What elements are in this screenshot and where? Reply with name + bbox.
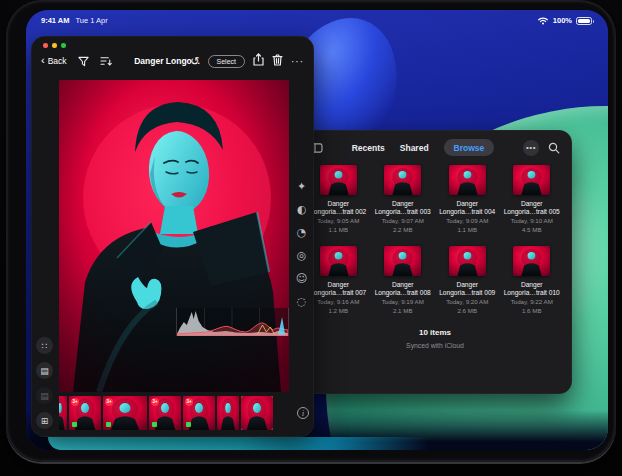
file-date: Today, 9:22 AM (511, 298, 553, 306)
filmstrip-thumbnail[interactable] (59, 396, 67, 430)
chevron-left-icon: ‹ (41, 55, 45, 65)
editor-toolbar: ‹ Back Danger Longo… ↺ Select (41, 51, 304, 71)
file-item[interactable]: Danger Longoria…trait 008 Today, 9:19 AM… (371, 246, 436, 315)
filmstrip-thumbnail[interactable] (217, 396, 239, 430)
photo-portrait (59, 80, 289, 392)
back-button[interactable]: ‹ Back (41, 56, 67, 66)
file-size: 2.6 MB (457, 307, 477, 315)
status-time: 9:41 AM (41, 16, 69, 25)
files-window: Recents Shared Browse ••• (298, 130, 572, 394)
file-item[interactable]: Danger Longoria…trait 004 Today, 9:09 AM… (435, 165, 500, 234)
edited-indicator (106, 422, 111, 427)
adjust-icon[interactable]: ◔ (295, 226, 309, 240)
filmstrip-thumbnail[interactable]: 3+ (149, 396, 181, 430)
filters-icon[interactable]: ◐ (295, 203, 309, 217)
file-item[interactable]: Danger Longoria…trait 002 Today, 9:05 AM… (306, 165, 371, 234)
file-name: Danger Longoria…trait 003 (375, 200, 431, 216)
ipad-frame: 9:41 AM Tue 1 Apr 100% (6, 0, 616, 462)
file-thumbnail (513, 246, 550, 276)
version-badge: 3+ (185, 398, 193, 406)
search-icon[interactable] (548, 142, 560, 154)
select-button[interactable]: Select (208, 55, 245, 68)
file-date: Today, 9:10 AM (511, 217, 553, 225)
file-grid: Danger Longoria…trait 002 Today, 9:05 AM… (298, 161, 572, 315)
battery-percent: 100% (553, 16, 572, 25)
file-thumbnail (384, 165, 421, 195)
file-thumbnail (384, 246, 421, 276)
file-size: 1.1 MB (328, 226, 348, 234)
version-badge: 3+ (105, 398, 113, 406)
tab-browse[interactable]: Browse (444, 139, 495, 156)
file-name: Danger Longoria…trait 008 (375, 281, 431, 297)
close-window-icon[interactable] (43, 43, 48, 48)
wifi-icon (537, 16, 549, 25)
status-date: Tue 1 Apr (75, 16, 107, 25)
more-menu-icon[interactable]: ··· (291, 56, 304, 67)
canvas-icon[interactable]: ⊞ (36, 412, 53, 429)
version-badge: 3+ (71, 398, 79, 406)
edited-indicator (72, 422, 77, 427)
histogram-panel (176, 308, 289, 336)
zoom-window-icon[interactable] (61, 43, 66, 48)
file-size: 2.1 MB (393, 307, 413, 315)
canvas-tool-rail: ∷ ▤ ▤ ⊞ (36, 337, 53, 429)
file-name: Danger Longoria…trait 005 (504, 200, 560, 216)
file-item[interactable]: Danger Longoria…trait 005 Today, 9:10 AM… (500, 165, 565, 234)
edited-indicator (152, 422, 157, 427)
file-item[interactable]: Danger Longoria…trait 010 Today, 9:22 AM… (500, 246, 565, 315)
file-size: 1.2 MB (328, 307, 348, 315)
filmstrip-thumbnail[interactable]: 3+ (103, 396, 147, 430)
document-title: Danger Longo… (134, 56, 200, 66)
tab-shared[interactable]: Shared (400, 143, 429, 153)
file-name: Danger Longoria…trait 002 (310, 200, 366, 216)
filter-icon[interactable] (78, 56, 89, 67)
file-size: 4.5 MB (522, 226, 542, 234)
edit-tool-rail: ✦ ◐ ◔ ◎ ☺ ◌ (289, 80, 314, 392)
file-date: Today, 9:09 AM (446, 217, 488, 225)
file-thumbnail (513, 165, 550, 195)
file-thumbnail (449, 246, 486, 276)
status-bar: 9:41 AM Tue 1 Apr 100% (26, 10, 608, 34)
file-size: 1.1 MB (457, 226, 477, 234)
filmstrip-thumbnail[interactable] (241, 396, 273, 430)
retouch-icon[interactable]: ☺ (295, 272, 309, 286)
share-icon[interactable] (253, 52, 264, 70)
file-item[interactable]: Danger Longoria…trait 007 Today, 9:16 AM… (306, 246, 371, 315)
files-footer: 10 items Synced with iCloud (298, 328, 572, 349)
version-badge: 3+ (151, 398, 159, 406)
info-icon[interactable]: i (297, 407, 309, 419)
file-date: Today, 9:19 AM (382, 298, 424, 306)
battery-icon (576, 17, 592, 25)
file-date: Today, 9:16 AM (317, 298, 359, 306)
halftone-icon[interactable]: ∷ (36, 337, 53, 354)
filmstrip-thumbnail[interactable]: 3+ (69, 396, 101, 430)
trash-icon[interactable] (272, 52, 283, 70)
window-controls[interactable] (43, 43, 66, 48)
file-name: Danger Longoria…trait 007 (310, 281, 366, 297)
file-date: Today, 9:07 AM (382, 217, 424, 225)
more-options-icon[interactable]: ••• (523, 140, 539, 156)
tab-recents[interactable]: Recents (352, 143, 385, 153)
filmstrip-thumbnail[interactable]: 3+ (183, 396, 215, 430)
file-size: 1.6 MB (522, 307, 542, 315)
file-date: Today, 9:20 AM (446, 298, 488, 306)
file-name: Danger Longoria…trait 010 (504, 281, 560, 297)
file-name: Danger Longoria…trait 009 (439, 281, 495, 297)
minimize-window-icon[interactable] (52, 43, 57, 48)
vignette-icon[interactable]: ◎ (295, 249, 309, 263)
file-item[interactable]: Danger Longoria…trait 009 Today, 9:20 AM… (435, 246, 500, 315)
file-thumbnail (320, 165, 357, 195)
file-name: Danger Longoria…trait 004 (439, 200, 495, 216)
grain-icon[interactable]: ◌ (295, 295, 309, 309)
presets-icon[interactable]: ✦ (295, 180, 309, 194)
photo-canvas[interactable] (59, 80, 289, 392)
sync-status: Synced with iCloud (298, 342, 572, 349)
watermark-icon[interactable]: ▤ (36, 387, 53, 404)
histogram-chart (177, 308, 288, 336)
frame-icon[interactable]: ▤ (36, 362, 53, 379)
sort-icon[interactable] (100, 56, 112, 66)
files-header: Recents Shared Browse ••• (298, 130, 572, 161)
edited-indicator (186, 422, 191, 427)
file-item[interactable]: Danger Longoria…trait 003 Today, 9:07 AM… (371, 165, 436, 234)
scene: 9:41 AM Tue 1 Apr 100% (0, 0, 622, 476)
